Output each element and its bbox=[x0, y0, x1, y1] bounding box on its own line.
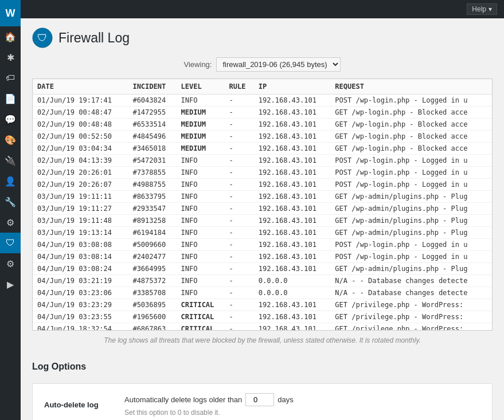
cell-request: POST /wp-login.php - Logged in u bbox=[330, 251, 492, 263]
table-row: 04/Jun/19 03:08:08 #5009660 INFO - 192.1… bbox=[33, 239, 492, 251]
cell-rule: - bbox=[225, 203, 254, 215]
auto-delete-row: Auto-delete log Automatically delete log… bbox=[33, 384, 492, 420]
cell-request: N/A - - Database changes detecte bbox=[330, 275, 492, 287]
table-row: 03/Jun/19 19:13:14 #6194184 INFO - 192.1… bbox=[33, 227, 492, 239]
cell-level: INFO bbox=[177, 95, 225, 107]
cell-date: 04/Jun/19 03:08:24 bbox=[33, 263, 128, 275]
sidebar-item-appearance[interactable]: 🎨 bbox=[0, 129, 21, 150]
cell-rule: - bbox=[225, 95, 254, 107]
cell-incident: #6533514 bbox=[128, 119, 176, 131]
sidebar-item-run[interactable]: ▶ bbox=[0, 274, 21, 295]
sidebar-item-settings2[interactable]: ⚙ bbox=[0, 253, 21, 274]
cell-rule: - bbox=[225, 251, 254, 263]
viewing-bar: Viewing: firewall_2019-06 (26,945 bytes)… bbox=[32, 57, 493, 72]
log-table-container[interactable]: DATE INCIDENT LEVEL RULE IP REQUEST 01/J… bbox=[32, 78, 493, 331]
cell-request: GET /wp-admin/plugins.php - Plug bbox=[330, 215, 492, 227]
sidebar-item-settings[interactable]: ⚙ bbox=[0, 212, 21, 233]
table-row: 03/Jun/19 19:11:48 #8913258 INFO - 192.1… bbox=[33, 215, 492, 227]
cell-level: MEDIUM bbox=[177, 143, 225, 155]
cell-date: 01/Jun/19 19:17:41 bbox=[33, 95, 128, 107]
table-row: 02/Jun/19 00:52:50 #4845496 MEDIUM - 192… bbox=[33, 131, 492, 143]
log-table: DATE INCIDENT LEVEL RULE IP REQUEST 01/J… bbox=[33, 79, 492, 331]
auto-delete-label: Auto-delete log bbox=[44, 401, 124, 409]
cell-rule: - bbox=[225, 287, 254, 299]
svg-text:🛡: 🛡 bbox=[37, 32, 48, 44]
cell-ip: 192.168.43.101 bbox=[254, 131, 331, 143]
days-input[interactable] bbox=[245, 393, 274, 406]
cell-incident: #1965600 bbox=[128, 311, 176, 323]
cell-date: 03/Jun/19 19:11:27 bbox=[33, 203, 128, 215]
cell-ip: 192.168.43.101 bbox=[254, 203, 331, 215]
cell-request: GET /wp-login.php - Blocked acce bbox=[330, 107, 492, 119]
cell-level: INFO bbox=[177, 227, 225, 239]
sidebar-item-posts[interactable]: 🏷 bbox=[0, 68, 21, 88]
cell-request: GET /privilege.php - WordPress: bbox=[330, 323, 492, 331]
cell-incident: #7378855 bbox=[128, 167, 176, 179]
cell-date: 02/Jun/19 00:52:50 bbox=[33, 131, 128, 143]
viewing-label: Viewing: bbox=[184, 60, 212, 69]
cell-level: INFO bbox=[177, 263, 225, 275]
cell-request: POST /wp-login.php - Logged in u bbox=[330, 95, 492, 107]
cell-incident: #6194184 bbox=[128, 227, 176, 239]
cell-request: POST /wp-login.php - Logged in u bbox=[330, 155, 492, 167]
cell-request: GET /wp-admin/plugins.php - Plug bbox=[330, 227, 492, 239]
sidebar-item-updates[interactable]: ✱ bbox=[0, 47, 21, 68]
cell-ip: 192.168.43.101 bbox=[254, 215, 331, 227]
cell-date: 02/Jun/19 03:04:34 bbox=[33, 143, 128, 155]
cell-ip: 192.168.43.101 bbox=[254, 323, 331, 331]
cell-incident: #2933547 bbox=[128, 203, 176, 215]
sidebar-item-tools[interactable]: 🔧 bbox=[0, 191, 21, 212]
cell-request: POST /wp-login.php - Logged in u bbox=[330, 239, 492, 251]
cell-ip: 192.168.43.101 bbox=[254, 179, 331, 191]
sidebar-item-users[interactable]: 👤 bbox=[0, 171, 21, 191]
table-row: 01/Jun/19 19:17:41 #6043824 INFO - 192.1… bbox=[33, 95, 492, 107]
cell-request: GET /wp-login.php - Blocked acce bbox=[330, 131, 492, 143]
cell-date: 03/Jun/19 19:13:14 bbox=[33, 227, 128, 239]
cell-level: MEDIUM bbox=[177, 107, 225, 119]
help-button[interactable]: Help ▾ bbox=[467, 3, 497, 15]
col-level: LEVEL bbox=[177, 79, 225, 95]
page-title: Firewall Log bbox=[58, 30, 130, 46]
sidebar-item-pages[interactable]: 📄 bbox=[0, 88, 21, 109]
log-options-box: Auto-delete log Automatically delete log… bbox=[32, 383, 493, 420]
cell-ip: 192.168.43.101 bbox=[254, 227, 331, 239]
cell-level: MEDIUM bbox=[177, 119, 225, 131]
cell-request: GET /privilege.php - WordPress: bbox=[330, 299, 492, 311]
table-row: 04/Jun/19 03:23:06 #3385708 INFO - 0.0.0… bbox=[33, 287, 492, 299]
cell-incident: #8913258 bbox=[128, 215, 176, 227]
sidebar-item-comments[interactable]: 💬 bbox=[0, 109, 21, 129]
cell-level: INFO bbox=[177, 251, 225, 263]
cell-date: 04/Jun/19 03:23:06 bbox=[33, 287, 128, 299]
sidebar-item-home[interactable]: 🏠 bbox=[0, 26, 21, 47]
cell-rule: - bbox=[225, 119, 254, 131]
sidebar-item-firewall[interactable]: 🛡 bbox=[0, 233, 21, 253]
auto-delete-input-row: Automatically delete logs older than day… bbox=[124, 393, 294, 406]
table-row: 04/Jun/19 03:08:24 #3664995 INFO - 192.1… bbox=[33, 263, 492, 275]
cell-ip: 192.168.43.101 bbox=[254, 107, 331, 119]
cell-ip: 0.0.0.0 bbox=[254, 275, 331, 287]
cell-incident: #5009660 bbox=[128, 239, 176, 251]
cell-rule: - bbox=[225, 263, 254, 275]
cell-request: POST /wp-login.php - Logged in u bbox=[330, 167, 492, 179]
cell-incident: #4875372 bbox=[128, 275, 176, 287]
cell-request: GET /wp-admin/plugins.php - Plug bbox=[330, 191, 492, 203]
table-row: 02/Jun/19 00:48:48 #6533514 MEDIUM - 192… bbox=[33, 119, 492, 131]
sidebar-item-plugins[interactable]: 🔌 bbox=[0, 150, 21, 171]
cell-incident: #2402477 bbox=[128, 251, 176, 263]
log-options-title: Log Options bbox=[32, 356, 493, 378]
topbar: Help ▾ bbox=[21, 0, 504, 18]
cell-incident: #3385708 bbox=[128, 287, 176, 299]
cell-level: INFO bbox=[177, 179, 225, 191]
table-row: 02/Jun/19 04:13:39 #5472031 INFO - 192.1… bbox=[33, 155, 492, 167]
cell-incident: #4845496 bbox=[128, 131, 176, 143]
content-area: 🛡 Firewall Log Viewing: firewall_2019-06… bbox=[21, 18, 504, 420]
cell-level: CRITICAL bbox=[177, 323, 225, 331]
cell-date: 04/Jun/19 03:21:19 bbox=[33, 275, 128, 287]
cell-ip: 192.168.43.101 bbox=[254, 119, 331, 131]
cell-level: INFO bbox=[177, 239, 225, 251]
log-file-select[interactable]: firewall_2019-06 (26,945 bytes) firewall… bbox=[216, 57, 341, 72]
cell-date: 02/Jun/19 20:26:01 bbox=[33, 167, 128, 179]
cell-date: 02/Jun/19 20:26:07 bbox=[33, 179, 128, 191]
cell-level: MEDIUM bbox=[177, 131, 225, 143]
cell-level: INFO bbox=[177, 191, 225, 203]
